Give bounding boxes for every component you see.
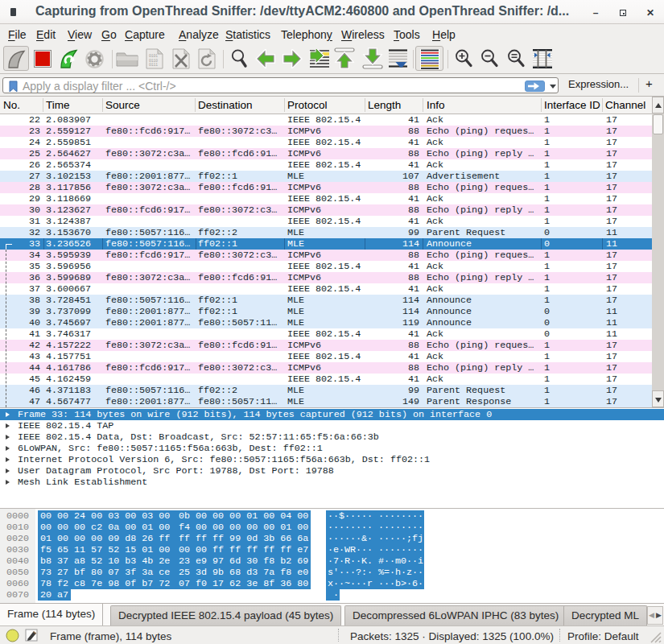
svg-text:0111: 0111 [149, 63, 158, 67]
svg-text:0110: 0110 [149, 59, 158, 63]
svg-text:0101: 0101 [149, 54, 158, 58]
